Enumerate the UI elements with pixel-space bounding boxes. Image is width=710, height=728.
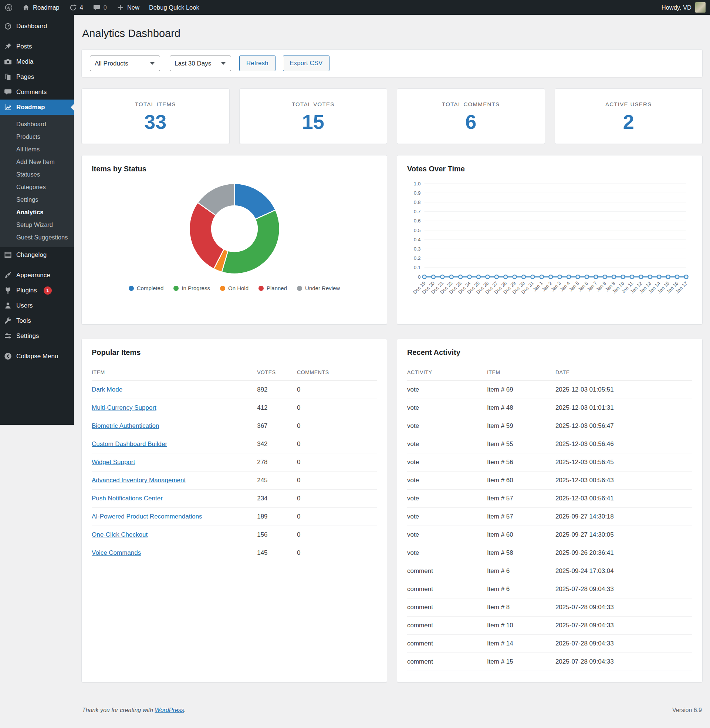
section-title: Recent Activity xyxy=(407,348,692,357)
table-cell: 0 xyxy=(297,399,377,417)
wordpress-link[interactable]: WordPress xyxy=(155,707,184,713)
settings-icon xyxy=(4,332,12,340)
table-cell: vote xyxy=(407,508,487,526)
sidebar-item-changelog[interactable]: Changelog xyxy=(0,247,74,262)
refresh-button[interactable]: Refresh xyxy=(239,56,276,71)
sidebar-item-comments[interactable]: Comments xyxy=(0,84,74,100)
popular-item-link[interactable]: Push Notifications Center xyxy=(92,495,163,502)
sidebar-subitem-analytics[interactable]: Analytics xyxy=(0,206,74,218)
sidebar-subitem-statuses[interactable]: Statuses xyxy=(0,168,74,181)
new-label: New xyxy=(127,4,139,11)
main-content: Analytics Dashboard All Products Last 30… xyxy=(74,15,710,723)
sidebar-item-label: Changelog xyxy=(16,251,47,259)
table-cell: comment xyxy=(407,562,487,580)
popular-items-card: Popular Items ItemVotesCommentsDark Mode… xyxy=(81,339,387,682)
popular-item-link[interactable]: Biometric Authentication xyxy=(92,422,159,429)
votes-over-time-card: Votes Over Time 00.10.20.30.40.50.60.70.… xyxy=(397,155,703,325)
popular-item-link[interactable]: Widget Support xyxy=(92,459,135,466)
table-cell: 2025-09-26 20:36:41 xyxy=(555,544,692,562)
sidebar-item-appearance[interactable]: Appearance xyxy=(0,268,74,283)
chart-title: Items by Status xyxy=(92,165,377,173)
sidebar-item-label: Roadmap xyxy=(16,104,45,111)
popular-item-link[interactable]: Dark Mode xyxy=(92,386,122,393)
legend-dot xyxy=(220,286,225,291)
table-row: commentItem # 62025-07-28 09:04:33 xyxy=(407,580,692,599)
data-point-marker xyxy=(630,275,634,279)
comment-bubble-icon xyxy=(93,4,101,12)
export-csv-button[interactable]: Export CSV xyxy=(283,56,330,71)
popular-item-link[interactable]: Custom Dashboard Builder xyxy=(92,440,167,447)
sidebar-item-plugins[interactable]: Plugins 1 xyxy=(0,283,74,298)
table-cell: vote xyxy=(407,399,487,417)
sidebar-subitem-add-new-item[interactable]: Add New Item xyxy=(0,156,74,168)
status-legend: CompletedIn ProgressOn HoldPlannedUnder … xyxy=(129,285,340,291)
collapse-menu-button[interactable]: Collapse Menu xyxy=(0,349,74,364)
donut-segment-in-progress xyxy=(222,210,279,274)
debug-quick-look-menu[interactable]: Debug Quick Look xyxy=(144,0,204,15)
legend-label: Under Review xyxy=(305,285,340,291)
votes-line-chart: 00.10.20.30.40.50.60.70.80.91.0Dec 19Dec… xyxy=(407,180,692,313)
y-tick-label: 0.3 xyxy=(414,246,421,251)
table-cell: 2025-12-03 00:56:41 xyxy=(555,490,692,508)
data-point-marker xyxy=(522,275,525,279)
legend-item-planned[interactable]: Planned xyxy=(258,285,287,291)
data-point-marker xyxy=(666,275,670,279)
table-row: voteItem # 602025-12-03 00:56:43 xyxy=(407,472,692,490)
footer-thanks-text: Thank you for creating with xyxy=(82,707,155,713)
sidebar-item-tools[interactable]: Tools xyxy=(0,313,74,328)
sidebar-item-settings[interactable]: Settings xyxy=(0,328,74,343)
table-cell: 2025-07-28 09:04:33 xyxy=(555,616,692,635)
date-range-select[interactable]: Last 30 Days xyxy=(170,56,231,71)
table-row: commentItem # 152025-07-28 09:04:33 xyxy=(407,653,692,671)
popular-item-link[interactable]: Voice Commands xyxy=(92,549,141,556)
wordpress-logo-menu[interactable] xyxy=(0,0,18,15)
stat-value: 15 xyxy=(302,112,324,132)
site-menu[interactable]: Roadmap xyxy=(18,0,65,15)
sidebar-subitem-dashboard[interactable]: Dashboard xyxy=(0,118,74,130)
sidebar-subitem-guest-suggestions[interactable]: Guest Suggestions xyxy=(0,231,74,244)
legend-item-under-review[interactable]: Under Review xyxy=(297,285,340,291)
legend-item-on-hold[interactable]: On Hold xyxy=(220,285,248,291)
sidebar-item-posts[interactable]: Posts xyxy=(0,39,74,54)
legend-item-completed[interactable]: Completed xyxy=(129,285,164,291)
table-cell: 2025-12-03 00:56:45 xyxy=(555,453,692,472)
y-tick-label: 0.1 xyxy=(414,265,421,270)
table-cell: vote xyxy=(407,544,487,562)
sidebar-item-pages[interactable]: Pages xyxy=(0,69,74,84)
updates-menu[interactable]: 4 xyxy=(65,0,88,15)
sidebar-subitem-all-items[interactable]: All Items xyxy=(0,143,74,156)
new-menu[interactable]: New xyxy=(111,0,144,15)
stat-label: TOTAL ITEMS xyxy=(135,101,176,107)
stat-card-total-votes: TOTAL VOTES 15 xyxy=(239,88,387,144)
table-cell: comment xyxy=(407,580,487,599)
popular-item-link[interactable]: Multi-Currency Support xyxy=(92,404,156,411)
sidebar-subitem-products[interactable]: Products xyxy=(0,130,74,143)
comments-menu[interactable]: 0 xyxy=(88,0,111,15)
sidebar-item-dashboard[interactable]: Dashboard xyxy=(0,19,74,34)
product-filter-select[interactable]: All Products xyxy=(90,56,160,71)
charts-row: Items by Status CompletedIn ProgressOn H… xyxy=(81,155,703,325)
popular-item-link[interactable]: AI-Powered Product Recommendations xyxy=(92,513,202,520)
sidebar-subitem-categories[interactable]: Categories xyxy=(0,181,74,193)
table-row: voteItem # 562025-12-03 00:56:45 xyxy=(407,453,692,472)
popular-item-link[interactable]: Advanced Inventory Management xyxy=(92,477,186,484)
sidebar-subitem-settings[interactable]: Settings xyxy=(0,193,74,206)
legend-item-in-progress[interactable]: In Progress xyxy=(173,285,210,291)
section-title: Popular Items xyxy=(92,348,377,357)
sidebar-item-media[interactable]: Media xyxy=(0,54,74,69)
table-cell: vote xyxy=(407,472,487,490)
table-cell: 189 xyxy=(257,508,297,526)
stats-row: TOTAL ITEMS 33 TOTAL VOTES 15 TOTAL COMM… xyxy=(81,88,703,144)
table-row: Advanced Inventory Management2450 xyxy=(92,472,377,490)
my-account-menu[interactable]: Howdy, VD xyxy=(657,4,691,11)
table-cell: 245 xyxy=(257,472,297,490)
sidebar-item-roadmap[interactable]: Roadmap xyxy=(0,100,74,115)
brush-icon xyxy=(4,271,12,279)
table-cell: 0 xyxy=(297,381,377,399)
sidebar-subitem-setup-wizard[interactable]: Setup Wizard xyxy=(0,218,74,231)
user-avatar[interactable] xyxy=(695,2,706,13)
table-cell: Voice Commands xyxy=(92,544,257,562)
popular-item-link[interactable]: One-Click Checkout xyxy=(92,531,148,538)
table-cell: 892 xyxy=(257,381,297,399)
sidebar-item-users[interactable]: Users xyxy=(0,298,74,313)
